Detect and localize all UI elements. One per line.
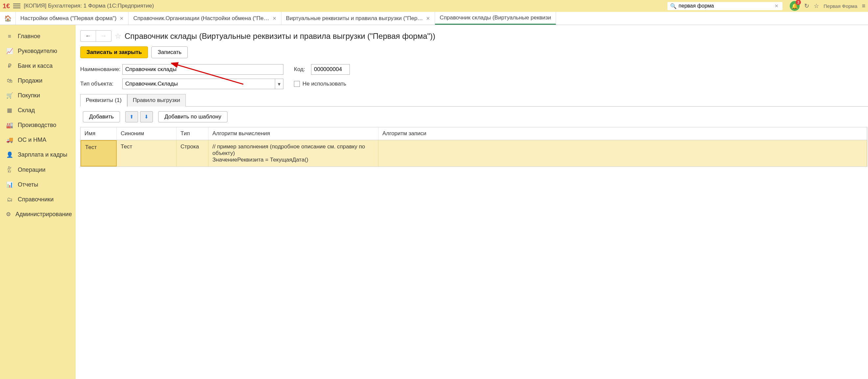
tab-exchange-settings[interactable]: Настройки обмена ("Первая форма") ✕ <box>16 12 129 25</box>
tab-label: Настройки обмена ("Первая форма") <box>20 15 116 22</box>
app-title: [КОПИЯ] Бухгалтерия: 1 Форма (1С:Предпри… <box>24 3 154 9</box>
truck-icon: 🚚 <box>6 137 13 143</box>
requisites-table: Имя Синоним Тип Алгоритм вычисления Алго… <box>80 127 867 167</box>
label-code: Код: <box>294 66 308 73</box>
sidebar-item-reports[interactable]: 📊Отчеты <box>0 177 75 192</box>
col-algorithm[interactable]: Алгоритм вычисления <box>209 127 378 140</box>
sidebar-item-production[interactable]: 🏭Производство <box>0 118 75 133</box>
search-box[interactable]: 🔍 ✕ <box>668 2 782 10</box>
sidebar-item-label: Продажи <box>18 77 42 84</box>
sidebar-item-label: ОС и НМА <box>18 137 46 143</box>
sidebar-item-label: Банк и касса <box>18 62 53 69</box>
history-icon[interactable]: ↻ <box>804 2 809 9</box>
sidebar-item-label: Операции <box>18 167 45 173</box>
search-icon: 🔍 <box>670 3 677 9</box>
sidebar-item-label: Производство <box>18 122 56 128</box>
cell-name[interactable]: Тест <box>81 140 117 167</box>
cell-algorithm-write[interactable] <box>378 140 867 167</box>
subtab-requisites[interactable]: Реквизиты (1) <box>80 94 127 107</box>
bars-icon: 📊 <box>6 181 13 188</box>
tab-organizations[interactable]: Справочник.Организации (Настройки обмена… <box>129 12 281 25</box>
page-title: Справочник склады (Виртуальные реквизиты… <box>125 32 435 41</box>
checkbox-label: Не использовать <box>303 81 346 87</box>
tab-label: Виртуальные реквизиты и правила выгрузки… <box>286 15 423 22</box>
sidebar-item-main[interactable]: ≡Главное <box>0 29 75 44</box>
tab-warehouses[interactable]: Справочник склады (Виртуальные реквизи <box>435 12 556 25</box>
table-row[interactable]: Тест Тест Строка // пример заполнения (п… <box>81 140 867 167</box>
factory-icon: 🏭 <box>6 122 13 128</box>
company-name: Первая Форма <box>824 3 858 9</box>
grid-icon: ▦ <box>6 107 13 114</box>
col-name[interactable]: Имя <box>81 127 117 140</box>
more-icon[interactable]: ≡ <box>862 3 865 9</box>
sidebar: ≡Главное 📈Руководителю ₽Банк и касса 🛍Пр… <box>0 25 75 379</box>
label-type: Тип объекта: <box>80 81 119 87</box>
sidebar-item-warehouse[interactable]: ▦Склад <box>0 103 75 118</box>
type-combo[interactable]: ▾ <box>122 79 283 89</box>
chart-up-icon: 📈 <box>6 48 13 55</box>
menu-icon[interactable] <box>13 4 20 8</box>
star-icon[interactable]: ☆ <box>115 32 121 40</box>
code-input[interactable] <box>311 64 350 75</box>
person-icon: 👤 <box>6 151 13 158</box>
dtkt-icon: ДтКт <box>6 166 13 173</box>
save-button[interactable]: Записать <box>151 47 188 58</box>
close-icon[interactable]: ✕ <box>426 16 430 21</box>
cell-type[interactable]: Строка <box>177 140 209 167</box>
sidebar-item-label: Справочники <box>18 196 54 203</box>
ruble-icon: ₽ <box>6 62 13 69</box>
sidebar-item-catalogs[interactable]: 🗂Справочники <box>0 192 75 207</box>
cell-synonym[interactable]: Тест <box>117 140 177 167</box>
col-type[interactable]: Тип <box>177 127 209 140</box>
search-clear-icon[interactable]: ✕ <box>773 3 780 8</box>
forward-button[interactable]: → <box>96 31 111 41</box>
shopping-bag-icon: 🛍 <box>6 78 13 84</box>
sidebar-item-label: Администрирование <box>16 211 72 218</box>
move-up-button[interactable]: ⬆ <box>125 111 138 122</box>
tab-virtual-requisites[interactable]: Виртуальные реквизиты и правила выгрузки… <box>281 12 435 25</box>
add-button[interactable]: Добавить <box>83 111 120 122</box>
favorite-icon[interactable]: ☆ <box>814 2 819 9</box>
col-synonym[interactable]: Синоним <box>117 127 177 140</box>
sidebar-item-purchases[interactable]: 🛒Покупки <box>0 88 75 103</box>
type-input[interactable] <box>122 79 275 89</box>
chevron-down-icon[interactable]: ▾ <box>275 79 283 89</box>
tab-label: Справочник.Организации (Настройки обмена… <box>133 15 269 22</box>
cart-icon: 🛒 <box>6 92 13 99</box>
home-tab[interactable]: 🏠 <box>0 12 16 25</box>
sidebar-item-label: Руководителю <box>18 48 57 55</box>
col-algorithm-write[interactable]: Алгоритм записи <box>378 127 867 140</box>
sidebar-item-manager[interactable]: 📈Руководителю <box>0 44 75 59</box>
close-icon[interactable]: ✕ <box>273 16 277 21</box>
sidebar-item-label: Склад <box>18 107 35 114</box>
tabbar: 🏠 Настройки обмена ("Первая форма") ✕ Сп… <box>0 12 868 25</box>
label-name: Наименование: <box>80 66 119 73</box>
gear-icon: ⚙ <box>6 211 11 218</box>
cell-algorithm[interactable]: // пример заполнения (подробное описание… <box>209 140 378 167</box>
files-icon: 🗂 <box>6 196 13 203</box>
disable-checkbox[interactable]: Не использовать <box>294 81 346 87</box>
save-close-button[interactable]: Записать и закрыть <box>80 47 148 58</box>
move-down-button[interactable]: ⬇ <box>140 111 153 122</box>
sidebar-item-operations[interactable]: ДтКтОперации <box>0 162 75 177</box>
checkbox-icon[interactable] <box>294 81 300 87</box>
menu-icon: ≡ <box>6 33 13 40</box>
sidebar-item-sales[interactable]: 🛍Продажи <box>0 74 75 88</box>
add-from-template-button[interactable]: Добавить по шаблону <box>158 111 227 122</box>
tab-label: Справочник склады (Виртуальные реквизи <box>440 14 551 21</box>
sidebar-item-bank[interactable]: ₽Банк и касса <box>0 59 75 74</box>
search-input[interactable] <box>679 3 773 9</box>
notification-count: 3 <box>796 0 801 5</box>
sidebar-item-admin[interactable]: ⚙Администрирование <box>0 207 75 222</box>
name-input[interactable] <box>122 64 283 75</box>
back-button[interactable]: ← <box>81 31 96 41</box>
app-logo: 1€ <box>3 2 10 10</box>
subtab-export-rule[interactable]: Правило выгрузки <box>127 94 186 107</box>
sidebar-item-label: Покупки <box>18 92 40 99</box>
notification-bell[interactable]: 🔔 3 <box>790 1 800 11</box>
sidebar-item-salary[interactable]: 👤Зарплата и кадры <box>0 147 75 162</box>
close-icon[interactable]: ✕ <box>120 16 124 21</box>
sidebar-item-assets[interactable]: 🚚ОС и НМА <box>0 133 75 147</box>
sidebar-item-label: Главное <box>18 33 40 40</box>
sidebar-item-label: Отчеты <box>18 181 38 188</box>
